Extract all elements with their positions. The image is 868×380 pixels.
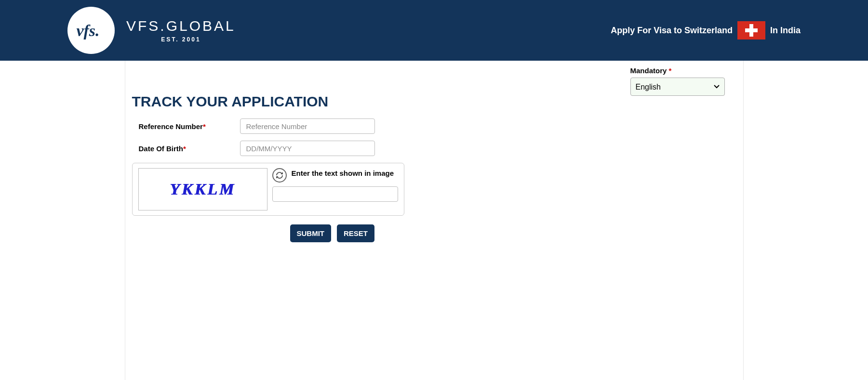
dob-label-text: Date Of Birth <box>139 144 184 153</box>
reference-label-text: Reference Number <box>139 122 203 131</box>
dob-label: Date Of Birth* <box>139 144 240 153</box>
required-star: * <box>669 66 672 75</box>
brand-sub: EST. 2001 <box>161 36 200 43</box>
switzerland-flag-icon <box>737 21 765 39</box>
captcha-right: Enter the text shown in image <box>272 168 398 210</box>
captcha-top: Enter the text shown in image <box>272 168 398 183</box>
language-column: Mandatory * English <box>630 66 736 361</box>
main-content: TRACK YOUR APPLICATION Reference Number*… <box>125 61 744 380</box>
captcha-text: YKKLM <box>170 180 236 198</box>
mandatory-text: Mandatory <box>630 66 667 75</box>
required-star: * <box>183 144 186 153</box>
submit-button[interactable]: SUBMIT <box>290 224 332 242</box>
dob-row: Date Of Birth* <box>132 141 619 156</box>
apply-prefix: Apply For Visa to Switzerland <box>611 26 733 36</box>
mandatory-label: Mandatory * <box>630 66 736 75</box>
button-row: SUBMIT RESET <box>290 224 619 242</box>
captcha-box: YKKLM Enter the text shown in image <box>132 163 404 216</box>
header: vfs. VFS.GLOBAL EST. 2001 Apply For Visa… <box>0 0 868 61</box>
header-visa-info: Apply For Visa to Switzerland In India <box>611 21 801 39</box>
brand-logo-icon: vfs. <box>67 7 115 54</box>
reset-button[interactable]: RESET <box>337 224 374 242</box>
svg-text:vfs.: vfs. <box>76 22 99 39</box>
brand-text: VFS.GLOBAL EST. 2001 <box>126 18 236 43</box>
apply-suffix: In India <box>770 26 801 36</box>
reference-label: Reference Number* <box>139 122 240 131</box>
language-select[interactable]: English <box>630 78 725 96</box>
form-column: TRACK YOUR APPLICATION Reference Number*… <box>132 66 619 361</box>
refresh-icon[interactable] <box>272 168 287 183</box>
reference-row: Reference Number* <box>132 118 619 134</box>
captcha-image: YKKLM <box>138 168 267 210</box>
page-title: TRACK YOUR APPLICATION <box>132 93 619 110</box>
reference-input[interactable] <box>240 118 375 134</box>
captcha-input[interactable] <box>272 186 398 202</box>
dob-input[interactable] <box>240 141 375 156</box>
captcha-instruction: Enter the text shown in image <box>292 168 394 178</box>
logo-area: vfs. VFS.GLOBAL EST. 2001 <box>67 7 236 54</box>
required-star: * <box>203 122 206 131</box>
brand-main: VFS.GLOBAL <box>126 18 236 34</box>
